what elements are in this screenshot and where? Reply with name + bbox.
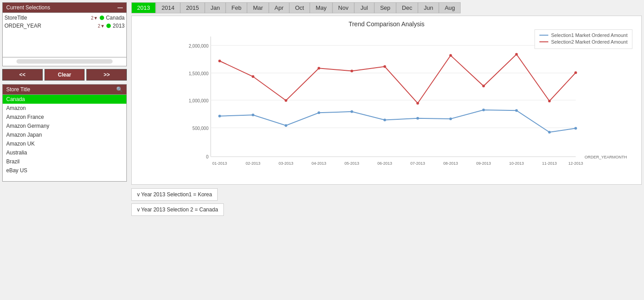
svg-text:09-2013: 09-2013 [476,161,491,166]
svg-text:08-2013: 08-2013 [443,161,458,166]
svg-text:01-2013: 01-2013 [212,161,227,166]
store-item-amazon-uk[interactable]: Amazon UK [3,139,126,148]
current-selections-title: Current Selections [6,4,50,11]
store-item-brazil[interactable]: Brazil [3,157,126,166]
svg-point-40 [318,67,320,69]
selections-scrollbar-track[interactable] [16,59,113,64]
svg-point-41 [351,70,353,73]
timeline-month-sep[interactable]: Sep [374,2,396,13]
selection-info-box-1: v Year 2013 Selection1 = Korea [131,188,218,201]
store-list: Canada Amazon Amazon France Amazon Germa… [2,95,127,182]
store-item-amazon[interactable]: Amazon [3,104,126,113]
svg-point-31 [417,117,419,120]
store-title-icon[interactable]: 2▼ [91,16,97,20]
svg-text:12-2013: 12-2013 [568,161,583,166]
svg-point-27 [285,124,288,127]
selection-info-area: v Year 2013 Selection1 = Korea v Year 20… [131,188,642,216]
svg-text:07-2013: 07-2013 [410,161,425,166]
store-search-icon[interactable]: 🔍 [116,86,123,93]
svg-point-30 [384,119,386,122]
store-title-value: Canada [106,15,125,21]
store-title-label: StoreTitle [4,15,89,21]
svg-text:ORDER_YEARMONTH: ORDER_YEARMONTH [585,155,627,159]
timeline-month-apr[interactable]: Apr [269,2,289,13]
chart-title: Trend Comparison Analysis [136,20,637,28]
selections-scrollbar-area [2,57,127,66]
svg-text:06-2013: 06-2013 [377,161,392,166]
timeline-year-2013[interactable]: 2013 [131,2,156,13]
timeline-month-nov[interactable]: Nov [332,2,354,13]
legend-label-2: Selection2 Market Ordered Amount [551,39,628,45]
svg-point-37 [219,60,221,62]
timeline-month-jul[interactable]: Jul [354,2,374,13]
timeline-month-feb[interactable]: Feb [226,2,247,13]
svg-point-45 [482,85,485,87]
svg-text:04-2013: 04-2013 [312,161,326,166]
right-panel: 2013 2014 2015 Jan Feb Mar Apr Oct May N… [129,0,644,300]
svg-point-36 [575,127,577,130]
store-item-amazon-france[interactable]: Amazon France [3,113,126,122]
svg-text:10-2013: 10-2013 [509,161,524,166]
timeline-month-jan[interactable]: Jan [205,2,226,13]
store-item-amazon-japan[interactable]: Amazon Japan [3,130,126,139]
chart-legend: Selection1 Market Ordered Amount Selecti… [535,29,632,49]
store-item-canada[interactable]: Canada [3,95,126,104]
timeline-year-2015[interactable]: 2015 [180,2,205,13]
svg-point-44 [450,54,452,57]
svg-point-43 [417,102,419,105]
svg-point-47 [548,100,551,102]
clear-button[interactable]: Clear [45,69,85,81]
svg-point-26 [252,114,255,116]
svg-point-25 [219,115,221,118]
store-item-ebay-us[interactable]: eBay US [3,166,126,175]
timeline-bar: 2013 2014 2015 Jan Feb Mar Apr Oct May N… [131,2,642,13]
svg-point-46 [515,53,518,56]
selection-row-year: ORDER_YEAR 2▼ 2013 [4,23,125,29]
order-year-value: 2013 [113,23,125,29]
order-year-icon[interactable]: 2▼ [98,24,105,28]
svg-point-42 [384,65,386,68]
svg-point-34 [515,109,518,112]
current-selections-header: Current Selections — [2,2,127,13]
chart-svg: 0 500,000 1,000,000 1,500,000 2,000,000 … [136,32,637,174]
svg-text:03-2013: 03-2013 [279,161,293,166]
legend-item-1: Selection1 Market Ordered Amount [539,32,628,38]
store-item-amazon-germany[interactable]: Amazon Germany [3,122,126,130]
timeline-year-2014[interactable]: 2014 [156,2,180,13]
prev-button[interactable]: << [2,69,43,81]
timeline-month-mar[interactable]: Mar [247,2,268,13]
store-title-header: Store Title 🔍 [2,84,127,95]
selection-row-storetitle: StoreTitle 2▼ Canada [4,15,125,21]
store-title-header-label: Store Title [6,86,30,93]
store-title-dot [100,16,104,20]
svg-text:0: 0 [206,154,209,159]
legend-label-1: Selection1 Market Ordered Amount [551,32,628,38]
svg-text:1,000,000: 1,000,000 [189,98,209,103]
order-year-label: ORDER_YEAR [4,23,96,29]
svg-text:05-2013: 05-2013 [344,161,359,166]
svg-point-28 [318,111,320,114]
timeline-month-aug[interactable]: Aug [439,2,461,13]
svg-text:1,500,000: 1,500,000 [189,71,209,76]
selection-info-box-2: v Year 2013 Selection 2 = Canada [131,203,224,216]
svg-point-35 [548,131,551,134]
timeline-month-jun[interactable]: Jun [418,2,439,13]
svg-point-38 [252,75,255,78]
svg-text:11-2013: 11-2013 [542,161,557,166]
legend-line-blue [539,35,548,36]
current-selections-body: StoreTitle 2▼ Canada ORDER_YEAR 2▼ 2013 [2,13,127,57]
timeline-month-oct[interactable]: Oct [289,2,310,13]
svg-point-32 [450,118,452,120]
svg-text:500,000: 500,000 [192,126,209,131]
timeline-month-may[interactable]: May [310,2,332,13]
left-panel: Current Selections — StoreTitle 2▼ Canad… [0,0,129,300]
nav-buttons: << Clear >> [2,69,127,81]
timeline-month-dec[interactable]: Dec [396,2,418,13]
svg-text:2,000,000: 2,000,000 [189,44,209,49]
next-button[interactable]: >> [86,69,127,81]
minimize-icon[interactable]: — [117,4,123,11]
svg-point-29 [351,110,353,113]
svg-point-39 [285,99,288,102]
legend-item-2: Selection2 Market Ordered Amount [539,39,628,45]
store-item-australia[interactable]: Australia [3,148,126,157]
